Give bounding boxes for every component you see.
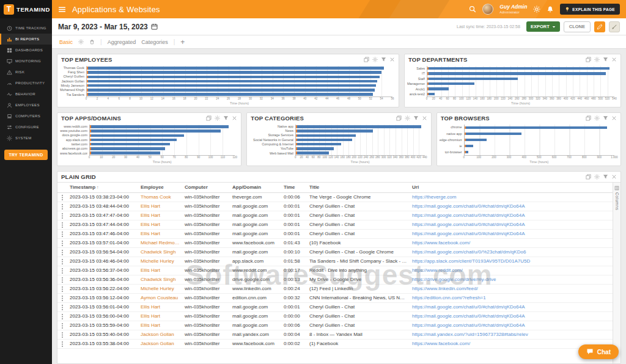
explain-page-button[interactable]: EXPLAIN THIS PAGE <box>560 4 620 15</box>
add-tab-button[interactable]: + <box>180 38 185 46</box>
close-icon[interactable] <box>389 57 395 62</box>
row-menu-button[interactable] <box>57 211 67 220</box>
chat-button[interactable]: Chat <box>578 344 619 359</box>
url-cell[interactable]: https://mail.google.com/chat/u/0/#chat/d… <box>410 202 613 211</box>
employee-cell[interactable]: Ellis Hart <box>138 202 182 211</box>
employee-cell[interactable]: Jackson Gollan <box>138 339 182 348</box>
employee-cell[interactable]: Chadwick Singh <box>138 275 182 284</box>
gear-icon[interactable] <box>215 115 220 121</box>
sidebar-item-risk[interactable]: RISK <box>0 67 52 78</box>
export-button[interactable]: EXPORT <box>526 21 560 32</box>
table-row[interactable]: 2023-03-15 03:56:36-04:00Chadwick Singhw… <box>57 275 613 284</box>
gear-icon[interactable] <box>533 5 540 13</box>
table-row[interactable]: 2023-03-15 03:56:22-04:00Michelle Hurley… <box>57 284 613 293</box>
table-row[interactable]: 2023-03-15 03:46:46-04:00Michelle Hurley… <box>57 257 613 266</box>
employee-cell[interactable]: Michelle Hurley <box>138 257 182 266</box>
table-row[interactable]: 2023-03-15 03:38:23-04:00Thomas Cookwin-… <box>57 192 613 202</box>
table-row[interactable]: 2023-03-15 03:47:46-04:00Ellis Hartwin-0… <box>57 229 613 238</box>
sidebar-item-monitoring[interactable]: MONITORING <box>0 56 52 67</box>
row-menu-button[interactable] <box>57 330 67 339</box>
row-menu-button[interactable] <box>57 247 67 257</box>
copy-icon[interactable] <box>206 115 212 121</box>
row-menu-button[interactable] <box>57 284 67 293</box>
table-row[interactable]: 2023-03-15 03:56:12-04:00Aymon Cousteauw… <box>57 293 613 302</box>
filter-icon[interactable] <box>603 57 608 62</box>
url-cell[interactable]: https://mail.yandex.com/?uid=1596737328#… <box>410 330 613 339</box>
tab-basic[interactable]: Basic <box>59 39 73 45</box>
table-row[interactable]: 2023-03-15 03:55:38-04:00Jackson Gollanw… <box>57 339 613 348</box>
bell-icon[interactable] <box>547 5 554 13</box>
gear-icon[interactable] <box>594 174 600 180</box>
table-row[interactable]: 2023-03-15 03:47:44-04:00Ellis Hartwin-0… <box>57 220 613 229</box>
employee-cell[interactable]: Jackson Gollan <box>138 330 182 339</box>
sidebar-item-configure[interactable]: CONFIGURE <box>0 122 52 133</box>
date-range-picker[interactable]: Mar 9, 2023 - Mar 15, 2023 <box>58 23 158 31</box>
sidebar-item-employees[interactable]: EMPLOYEES <box>0 100 52 111</box>
gear-icon[interactable] <box>372 57 378 62</box>
url-cell[interactable]: https://theverge.com <box>410 192 613 202</box>
employee-cell[interactable]: Ellis Hart <box>138 211 182 220</box>
tab-aggregated[interactable]: Aggregated <box>108 39 136 45</box>
column-header-employee[interactable]: Employee <box>138 183 182 192</box>
column-header-timestamp[interactable]: Timestamp↑ <box>67 183 138 192</box>
url-cell[interactable]: https://www.linkedin.com/feed/ <box>410 284 613 293</box>
url-cell[interactable]: https://mail.google.com/chat/u/0/#chat/d… <box>410 229 613 238</box>
sidebar-item-system[interactable]: SYSTEM <box>0 133 52 144</box>
columns-panel-toggle[interactable]: Columns <box>613 183 620 210</box>
row-menu-button[interactable] <box>57 293 67 302</box>
row-menu-button[interactable] <box>57 311 67 321</box>
sidebar-item-time-tracking[interactable]: TIME TRACKING <box>0 23 52 34</box>
gear-icon[interactable] <box>594 57 600 62</box>
table-row[interactable]: 2023-03-15 03:55:59-04:00Ellis Hartwin-0… <box>57 321 613 330</box>
employee-cell[interactable]: Michelle Hurley <box>138 284 182 293</box>
sidebar-item-bi-reports[interactable]: BI REPORTS <box>0 34 52 45</box>
column-header-app-domain[interactable]: App/Domain <box>230 183 281 192</box>
employee-cell[interactable]: Chadwick Singh <box>138 247 182 257</box>
url-cell[interactable]: https://mail.google.com/chat/u/0/#chat/d… <box>410 311 613 321</box>
table-row[interactable]: 2023-03-15 03:57:01-04:00Michael Redmond… <box>57 238 613 247</box>
table-row[interactable]: 2023-03-15 03:47:47-04:00Ellis Hartwin-0… <box>57 211 613 220</box>
table-row[interactable]: 2023-03-15 03:56:54-04:00Chadwick Singhw… <box>57 247 613 257</box>
close-icon[interactable] <box>611 174 617 180</box>
close-icon[interactable] <box>611 115 617 121</box>
employee-cell[interactable]: Ellis Hart <box>138 311 182 321</box>
sidebar-item-dashboards[interactable]: DASHBOARDS <box>0 45 52 56</box>
employee-cell[interactable]: Aymon Cousteau <box>138 293 182 302</box>
gear-icon[interactable] <box>594 115 600 121</box>
table-row[interactable]: 2023-03-15 03:55:40-04:00Jackson Gollanw… <box>57 330 613 339</box>
filter-icon[interactable] <box>381 57 386 62</box>
url-cell[interactable]: https://mail.google.com/chat/u/0/#chat/d… <box>410 211 613 220</box>
gear-icon[interactable] <box>78 39 84 45</box>
employee-cell[interactable]: Ellis Hart <box>138 266 182 275</box>
table-row[interactable]: 2023-03-15 03:48:44-04:00Ellis Hartwin-0… <box>57 202 613 211</box>
row-menu-button[interactable] <box>57 238 67 247</box>
url-cell[interactable]: https://mail.google.com/chat/u/0/#chat/d… <box>410 321 613 330</box>
url-cell[interactable]: https://mail.google.com/chat/u/0/#chat/d… <box>410 220 613 229</box>
column-header-title[interactable]: Title <box>307 183 410 192</box>
try-teramind-button[interactable]: TRY TERAMIND <box>4 150 48 160</box>
employee-cell[interactable]: Michael Redmond <box>138 238 182 247</box>
copy-icon[interactable] <box>586 115 591 121</box>
employee-cell[interactable]: Ellis Hart <box>138 229 182 238</box>
customize-button[interactable] <box>609 21 620 32</box>
table-row[interactable]: 2023-03-15 03:56:01-04:00Ellis Hartwin-0… <box>57 302 613 311</box>
sidebar-item-productivity[interactable]: PRODUCTIVITY <box>0 78 52 89</box>
tab-categories[interactable]: Categories <box>141 39 168 45</box>
url-cell[interactable]: https://drive.google.com/drive/my-drive <box>410 275 613 284</box>
row-menu-button[interactable] <box>57 266 67 275</box>
sidebar-item-computers[interactable]: COMPUTERS <box>0 111 52 122</box>
url-cell[interactable]: https://edition.cnn.com/?refresh=1 <box>410 293 613 302</box>
filter-icon[interactable] <box>223 115 229 121</box>
row-menu-button[interactable] <box>57 202 67 211</box>
row-menu-button[interactable] <box>57 321 67 330</box>
clone-button[interactable]: CLONE <box>564 21 591 32</box>
url-cell[interactable]: https://mail.google.com/chat/u/0/#chat/d… <box>410 302 613 311</box>
close-icon[interactable] <box>232 115 237 121</box>
table-row[interactable]: 2023-03-15 03:56:37-04:00Ellis Hartwin-0… <box>57 266 613 275</box>
row-menu-button[interactable] <box>57 229 67 238</box>
sidebar-item-behavior[interactable]: BEHAVIOR <box>0 89 52 100</box>
column-header-url[interactable]: Url <box>410 183 613 192</box>
search-icon[interactable] <box>469 5 476 13</box>
url-cell[interactable]: https://app.slack.com/client/T0193AV95TD… <box>410 257 613 266</box>
employee-cell[interactable]: Ellis Hart <box>138 302 182 311</box>
